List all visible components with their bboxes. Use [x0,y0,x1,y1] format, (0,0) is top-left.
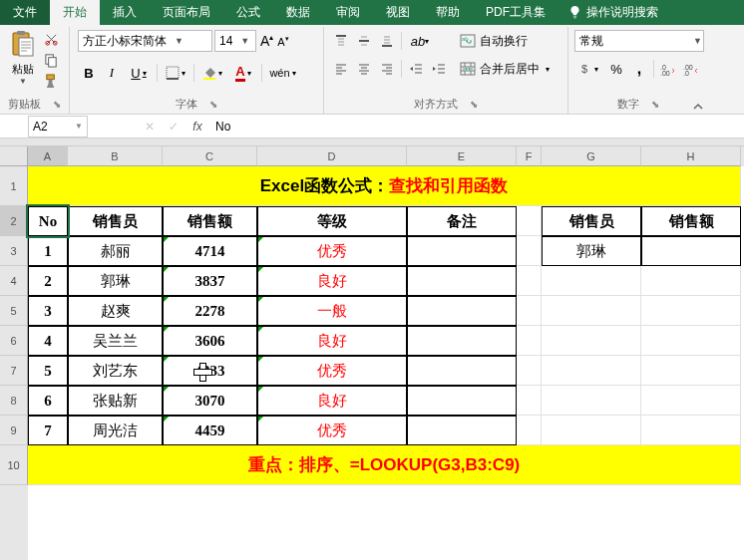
col-header[interactable]: B [68,146,163,166]
cell[interactable]: 销售额 [641,206,741,236]
cell[interactable]: 等级 [257,206,407,236]
cell[interactable] [542,386,641,416]
cell[interactable] [517,236,542,266]
cell[interactable] [641,236,741,266]
increase-decimal-button[interactable]: .0.00 [657,58,679,80]
tab-pdf[interactable]: PDF工具集 [473,0,558,25]
row-header[interactable]: 7 [0,356,28,386]
cell[interactable]: 郭琳 [542,236,641,266]
tell-me-search[interactable]: 操作说明搜索 [558,4,668,21]
format-painter-button[interactable] [42,72,60,90]
cell[interactable]: 备注 [407,206,517,236]
cell[interactable] [542,416,641,445]
cut-button[interactable] [42,30,60,48]
tab-help[interactable]: 帮助 [423,0,473,25]
select-all-button[interactable] [0,146,28,166]
name-box[interactable]: A2 ▼ [28,116,88,138]
align-left-button[interactable] [330,58,352,80]
cell[interactable] [517,416,542,445]
cell[interactable]: 3837 [163,266,257,296]
cell[interactable]: 吴兰兰 [68,326,163,356]
font-name-combo[interactable]: 方正小标宋简体▼ [78,30,212,52]
wrap-text-button[interactable]: ab自动换行 [460,30,550,52]
row-header[interactable]: 2 [0,206,28,236]
merged-cell-footer[interactable]: 重点： 排序、=LOOKUP(G3,B3:C9) [28,445,741,485]
font-launcher[interactable]: ⬊ [209,99,217,110]
cell[interactable]: 7 [28,416,68,445]
tab-home[interactable]: 开始 [50,0,100,25]
cell[interactable] [641,356,741,386]
cell[interactable] [641,296,741,326]
bold-button[interactable]: B [78,62,100,84]
cell[interactable]: 赵爽 [68,296,163,326]
cell[interactable]: 优秀 [257,416,407,445]
cell[interactable] [517,266,542,296]
comma-button[interactable]: , [628,58,650,80]
tab-formulas[interactable]: 公式 [223,0,273,25]
col-header[interactable]: H [641,146,741,166]
tab-view[interactable]: 视图 [373,0,423,25]
cell[interactable] [542,266,641,296]
italic-button[interactable]: I [101,62,123,84]
row-header[interactable]: 4 [0,266,28,296]
cell[interactable]: 销售员 [68,206,163,236]
copy-button[interactable] [42,51,60,69]
cancel-formula-button[interactable]: ✕ [138,116,162,138]
cell[interactable] [517,296,542,326]
worksheet-grid[interactable]: 1 2 3 4 5 6 7 8 9 10 A B C D E F G H Exc… [0,146,744,560]
cell[interactable] [542,296,641,326]
font-color-button[interactable]: A▾ [228,62,258,84]
collapse-ribbon-button[interactable] [692,101,704,114]
cell[interactable]: 销售员 [542,206,641,236]
cell[interactable] [641,386,741,416]
increase-indent-button[interactable] [428,58,450,80]
increase-font-button[interactable]: A▴ [260,33,273,49]
insert-function-button[interactable]: fx [186,116,209,138]
cell[interactable] [407,296,517,326]
cell[interactable] [407,416,517,445]
row-header[interactable]: 6 [0,326,28,356]
alignment-launcher[interactable]: ⬊ [470,99,478,110]
row-header[interactable]: 5 [0,296,28,326]
cell[interactable]: 良好 [257,266,407,296]
cell[interactable] [407,386,517,416]
cell[interactable]: 4333 [163,356,257,386]
cell[interactable]: 良好 [257,326,407,356]
percent-button[interactable]: % [605,58,627,80]
align-right-button[interactable] [376,58,398,80]
cell[interactable]: 4 [28,326,68,356]
decrease-font-button[interactable]: A▾ [277,35,288,48]
cell[interactable]: 周光洁 [68,416,163,445]
cell[interactable] [641,416,741,445]
cell[interactable] [517,356,542,386]
number-format-combo[interactable]: 常规▼ [574,30,704,52]
align-center-button[interactable] [353,58,375,80]
cell[interactable]: 2 [28,266,68,296]
clipboard-launcher[interactable]: ⬊ [53,99,61,110]
cell[interactable]: 刘艺东 [68,356,163,386]
cell[interactable]: 5 [28,356,68,386]
cell[interactable]: 2278 [163,296,257,326]
phonetic-button[interactable]: wén▾ [265,62,300,84]
orientation-button[interactable]: ab▾ [405,30,435,52]
col-header[interactable]: F [517,146,542,166]
merged-cell-title[interactable]: Excel函数公式： 查找和引用函数 [28,166,741,206]
number-launcher[interactable]: ⬊ [651,99,659,110]
tab-file[interactable]: 文件 [0,0,50,25]
col-header[interactable]: G [542,146,641,166]
col-header[interactable]: C [163,146,257,166]
cell[interactable]: 郝丽 [68,236,163,266]
tab-layout[interactable]: 页面布局 [150,0,223,25]
row-header[interactable]: 8 [0,386,28,416]
cell[interactable]: 4714 [163,236,257,266]
align-middle-button[interactable] [353,30,375,52]
tab-review[interactable]: 审阅 [323,0,373,25]
cell[interactable]: 1 [28,236,68,266]
cell[interactable] [542,326,641,356]
col-header[interactable]: A [28,146,68,166]
cell[interactable] [407,356,517,386]
cell[interactable] [641,326,741,356]
row-header[interactable]: 3 [0,236,28,266]
cell[interactable]: 郭琳 [68,266,163,296]
cell[interactable]: 优秀 [257,356,407,386]
